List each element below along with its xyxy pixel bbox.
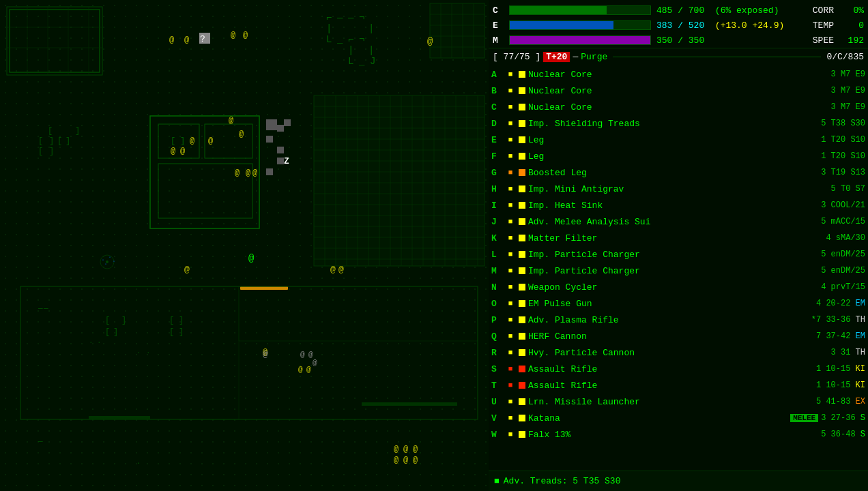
right-panel: C 485 / 700 (6% exposed) CORR 0% E 383 /…: [489, 0, 868, 491]
item-icon: ■: [502, 365, 519, 373]
list-item[interactable]: K ■ Matter Filter 4 sMA/30: [489, 230, 868, 246]
item-letter: I: [491, 200, 502, 211]
item-icon: ■: [502, 283, 519, 291]
svg-text:⌐: ⌐: [326, 12, 332, 23]
item-letter: D: [491, 119, 502, 129]
svg-rect-146: [362, 402, 457, 406]
list-item[interactable]: T ■ Assault Rifle 1 10-15 KI: [489, 377, 868, 393]
item-letter: U: [491, 397, 502, 407]
item-icon: ■: [502, 152, 519, 160]
list-item[interactable]: C ■ Nuclear Core 3 M7 E9: [489, 99, 868, 115]
corr-label: CORR: [800, 5, 834, 16]
svg-text:@: @: [180, 147, 185, 156]
item-letter: M: [491, 266, 502, 276]
list-item[interactable]: E ■ Leg 1 T20 S10: [489, 132, 868, 148]
item-stats: 1 T20 S10: [821, 135, 865, 145]
item-stats: 3 M7 E9: [831, 102, 865, 112]
list-item[interactable]: M ■ Imp. Particle Charger 5 enDM/25: [489, 263, 868, 279]
item-name: Hvy. Particle Cannon: [528, 348, 831, 358]
item-icon: ■: [502, 168, 519, 177]
svg-text:]: ]: [121, 316, 126, 325]
list-item[interactable]: Q ■ HERF Cannon 7 37-42 EM: [489, 328, 868, 344]
item-letter: F: [491, 151, 502, 162]
svg-text:]: ]: [179, 327, 184, 337]
svg-text:—: —: [38, 437, 43, 445]
list-item[interactable]: U ■ Lrn. Missile Launcher 5 41-83 EX: [489, 393, 868, 410]
svg-text:@: @: [427, 36, 433, 47]
svg-text:@: @: [171, 147, 175, 156]
item-name: Matter Filter: [528, 233, 826, 243]
list-item[interactable]: I ■ Imp. Heat Sink 3 COOL/21: [489, 197, 868, 213]
item-stats: *7 33-36 TH: [811, 315, 865, 325]
list-item[interactable]: F ■ Leg 1 T20 S10: [489, 148, 868, 164]
svg-rect-114: [240, 286, 288, 290]
list-item[interactable]: H ■ Imp. Mini Antigrav 5 T0 S7: [489, 181, 868, 197]
item-name: Imp. Particle Charger: [528, 266, 821, 276]
item-name: Adv. Plasma Rifle: [528, 315, 811, 325]
list-item[interactable]: G ■ Boosted Leg 3 T19 S13: [489, 164, 868, 181]
list-item[interactable]: B ■ Nuclear Core 3 M7 E9: [489, 83, 868, 99]
item-icon: ■: [502, 430, 519, 438]
svg-text:@: @: [190, 136, 194, 146]
m-values: 350 / 350: [656, 35, 797, 46]
svg-text:·: ·: [136, 348, 141, 357]
svg-text:[: [: [169, 327, 174, 337]
item-dot: [519, 71, 525, 78]
list-item[interactable]: O ■ EM Pulse Gun 4 20-22 EM: [489, 295, 868, 312]
item-dot: [519, 431, 525, 438]
item-dot: [519, 235, 525, 241]
svg-text:@: @: [330, 265, 336, 275]
list-item[interactable]: L ■ Imp. Particle Charger 5 enDM/25: [489, 246, 868, 263]
list-item[interactable]: J ■ Adv. Melee Analysis Sui 5 mACC/15: [489, 213, 868, 230]
item-icon: ■: [502, 250, 519, 258]
list-item[interactable]: D ■ Imp. Shielding Treads 5 T38 S30: [489, 115, 868, 132]
svg-text:⌐: ⌐: [348, 34, 353, 45]
svg-text:[: [: [38, 147, 43, 156]
svg-rect-90: [284, 119, 291, 126]
e-values: 383 / 520 (+13.0 +24.9): [656, 20, 797, 31]
svg-text:@: @: [298, 366, 303, 374]
item-letter: P: [491, 315, 502, 325]
item-letter: Q: [491, 331, 502, 342]
spee-label: SPEE: [800, 35, 834, 46]
item-letter: E: [491, 135, 502, 145]
svg-text:@: @: [229, 116, 233, 125]
svg-text:¬: ¬: [359, 12, 364, 23]
action-counter: 0/C/835: [826, 52, 864, 62]
game-map: ⌐ — — ¬ | | L _ ⌐ ¬ | | L _ J: [0, 0, 489, 491]
svg-text:L: L: [326, 34, 332, 45]
e-bar-fill: [510, 21, 613, 29]
svg-text:[: [: [57, 136, 62, 146]
svg-text:@: @: [338, 265, 344, 275]
svg-text:[: [: [105, 327, 110, 337]
item-name: Imp. Particle Charger: [528, 250, 821, 260]
list-item[interactable]: N ■ Weapon Cycler 4 prvT/15: [489, 279, 868, 295]
e-label: E: [493, 20, 504, 31]
item-dot: [519, 415, 525, 421]
bottom-status: ■ Adv. Treads: 5 T35 S30: [489, 471, 868, 491]
list-item[interactable]: P ■ Adv. Plasma Rifle *7 33-36 TH: [489, 312, 868, 328]
item-dot: [519, 169, 525, 176]
list-item[interactable]: R ■ Hvy. Particle Cannon 3 31 TH: [489, 344, 868, 361]
item-letter: L: [491, 250, 502, 260]
svg-text:|: |: [348, 45, 353, 56]
item-name: Imp. Mini Antigrav: [528, 184, 831, 194]
svg-text:]: ]: [66, 136, 70, 146]
list-item[interactable]: S ■ Assault Rifle 1 10-15 KI: [489, 361, 868, 377]
item-dot: [519, 300, 525, 307]
svg-text:·: ·: [89, 338, 93, 346]
item-icon: ■: [502, 316, 519, 324]
svg-text:_: _: [336, 34, 343, 45]
svg-text:@: @: [184, 35, 189, 45]
list-item[interactable]: V ■ Katana MELEE 3 27-36 S: [489, 410, 868, 426]
svg-text:@: @: [413, 445, 418, 454]
svg-text:[: [: [105, 316, 110, 325]
item-letter: J: [491, 217, 502, 227]
item-stats: 5 36-48 S: [821, 430, 865, 439]
item-dot: [519, 120, 525, 127]
e-stat-row: E 383 / 520 (+13.0 +24.9) TEMP 0: [493, 18, 864, 33]
list-item[interactable]: A ■ Nuclear Core 3 M7 E9: [489, 66, 868, 83]
item-dot: [519, 349, 525, 356]
list-item[interactable]: W ■ Falx 13% 5 36-48 S: [489, 426, 868, 443]
svg-text:@: @: [246, 168, 250, 178]
